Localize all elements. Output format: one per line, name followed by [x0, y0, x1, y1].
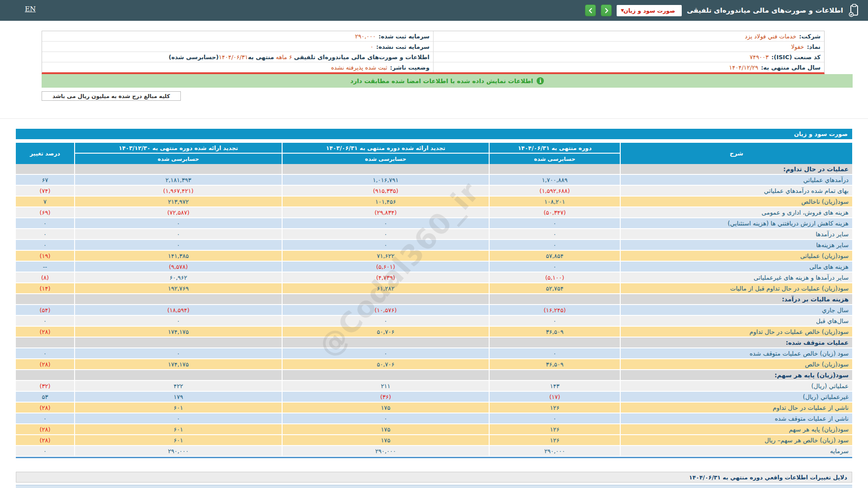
row-value: (۹۱۵,۳۳۵) — [282, 186, 489, 197]
row-label: عملیات در حال تداوم: — [620, 164, 852, 175]
column-header-percent-change: درصد تغییر — [16, 143, 74, 164]
row-value: ۶۰۱ — [74, 403, 282, 413]
row-value: ۱,۷۰۰,۸۸۹ — [489, 175, 620, 186]
issuer-status-cell: وضعیت ناشر: ثبت شده پذیرفته نشده — [42, 62, 433, 72]
row-value: (۶۹) — [16, 207, 74, 218]
reasons-for-changes-bar[interactable]: دلایل تغییرات اطلاعات واقعي دوره منتهي ب… — [16, 472, 852, 483]
row-value: ۱۲۶ — [489, 435, 620, 446]
table-row: هزینه های فروش، اداری و عمومی(۵۰,۳۴۷)(۲۹… — [16, 207, 852, 218]
row-label: عملیاتي (ریال) — [620, 381, 852, 392]
row-value: ۰ — [16, 240, 74, 251]
row-value: ۱,۰۱۶,۷۹۱ — [282, 175, 489, 186]
row-value — [16, 164, 74, 175]
section-header-row: عملیات متوقف شده: — [16, 338, 852, 348]
row-value: (۱۹) — [16, 251, 74, 262]
signed-data-notice: i اطلاعات نمایش داده شده با اطلاعات امضا… — [42, 74, 853, 88]
row-value: ۶۷ — [16, 175, 74, 186]
table-row: هزینه های مالی۰(۵,۶۰۱)(۹,۵۷۸)-- — [16, 262, 852, 272]
table-row: سود(زیان) خالص۳۶,۵۰۹۵۰,۷۰۶۱۷۴,۱۷۵(۲۸) — [16, 359, 852, 370]
table-row: غیرعملیاتي (ریال)(۱۷)(۳۶)۱۷۹۵۳ — [16, 392, 852, 403]
row-value: ۰ — [16, 316, 74, 327]
field-label: نماد: — [807, 43, 821, 50]
table-row: هزینه کاهش ارزش دریافتني ها (هزینه استثن… — [16, 218, 852, 229]
row-value: ۰ — [282, 413, 489, 424]
info-icon: i — [537, 77, 544, 84]
row-value — [16, 370, 74, 381]
company-info-table: شرکت: خدمات فني فولاد یزد سرمایه ثبت شده… — [42, 31, 825, 74]
statement-rows: عملیات در حال تداوم:درآمدهاي عملیاتي۱,۷۰… — [16, 164, 852, 458]
row-value: ۱۷۹ — [74, 392, 282, 403]
row-value: ۰ — [16, 229, 74, 240]
table-row: بهای تمام شده درآمدهاي عملیاتي(۱,۵۹۲,۶۸۸… — [16, 186, 852, 197]
page-title: اطلاعات و صورت‌های مالی میاندوره‌ای تلفی… — [687, 6, 843, 14]
row-value — [282, 338, 489, 348]
row-value — [282, 370, 489, 381]
row-label: ناشي از عملیات متوقف شده — [620, 413, 852, 424]
row-label: عملیات متوقف شده: — [620, 338, 852, 348]
statement-type-dropdown[interactable]: صورت سود و زیان ▼ — [617, 5, 682, 16]
language-en-link[interactable]: EN — [25, 5, 36, 13]
row-value: (۵۴) — [16, 305, 74, 316]
row-value — [489, 338, 620, 348]
row-value: (۲۸) — [16, 403, 74, 413]
row-value — [74, 164, 282, 175]
row-value: ۰ — [16, 413, 74, 424]
table-row: سود(زیان) ناخالص۱۰۸,۲۰۱۱۰۱,۴۵۶۲۱۳,۹۷۲۷ — [16, 197, 852, 207]
table-row: ناشي از عملیات متوقف شده۰۰۰۰ — [16, 413, 852, 424]
column-subheader-audited: حسابرسی شده — [489, 154, 620, 164]
column-header-restated-yearend: تجدید ارائه شده دوره منتهی به ۱۴۰۳/۱۲/۳۰ — [74, 143, 282, 154]
row-value: ۰ — [74, 218, 282, 229]
currency-note-text: کلیه مبالغ درج شده به میلیون ریال می باش… — [52, 93, 170, 99]
row-value: ۱۷۵ — [282, 424, 489, 435]
row-value: (۵۰,۳۴۷) — [489, 207, 620, 218]
table-row: سایر هزینه‌ها۰۰۰۰ — [16, 240, 852, 251]
row-label: سود(زیان) خالص عملیات در حال تداوم — [620, 327, 852, 338]
row-value: ۲۹۰,۰۰۰ — [74, 446, 282, 457]
currency-note: کلیه مبالغ درج شده به میلیون ریال می باش… — [42, 91, 181, 101]
nav-next-button[interactable] — [601, 5, 612, 16]
nav-prev-button[interactable] — [585, 5, 596, 16]
table-row: سایر درآمدها۰۰۰۰ — [16, 229, 852, 240]
row-value: (۱۶,۲۴۵) — [489, 305, 620, 316]
table-row: سود(زیان) خالص عملیات در حال تداوم۳۶,۵۰۹… — [16, 327, 852, 338]
row-value — [74, 338, 282, 348]
report-audited-flag: (حسابرسی شده) — [169, 54, 219, 61]
field-label: وضعیت ناشر: — [390, 64, 429, 71]
row-label: سود (زیان) خالص عملیات متوقف شده — [620, 348, 852, 359]
top-bar-controls: اطلاعات و صورت‌های مالی میاندوره‌ای تلفی… — [585, 0, 860, 21]
row-value — [489, 164, 620, 175]
field-label: سرمایه ثبت نشده: — [376, 43, 429, 50]
row-value: ۱۷۵ — [282, 403, 489, 413]
row-value: ۱۴۱,۳۸۵ — [74, 251, 282, 262]
row-value: ۱۷۴,۱۷۵ — [74, 359, 282, 370]
row-value: ۰ — [16, 446, 74, 457]
row-value: ۰ — [489, 218, 620, 229]
column-subheader-audited: حسابرسی شده — [74, 154, 282, 164]
row-value: ۵۲,۷۵۴ — [489, 283, 620, 294]
row-value: (۴,۷۳۹) — [282, 272, 489, 283]
column-header-restated-midyear: تجدید ارائه شده دوره منتهی به ۱۴۰۳/۰۶/۳۱ — [282, 143, 489, 154]
table-row: سود (زیان) خالص عملیات متوقف شده۰۰۰۰ — [16, 348, 852, 359]
row-value: (۳۶) — [282, 392, 489, 403]
table-row: درآمدهاي عملیاتي۱,۷۰۰,۸۸۹۱,۰۱۶,۷۹۱۲,۱۸۱,… — [16, 175, 852, 186]
row-value: ۵۷,۸۵۴ — [489, 251, 620, 262]
row-value: (۲۸) — [16, 435, 74, 446]
row-value: ۲۹۰,۰۰۰ — [282, 446, 489, 457]
table-row: ناشي از عملیات در حال تداوم۱۲۶۱۷۵۶۰۱(۲۸) — [16, 403, 852, 413]
row-value: ۴۲۲ — [74, 381, 282, 392]
row-value: ۰ — [489, 413, 620, 424]
info-row: نماد: خفولا سرمایه ثبت نشده: ۰ — [42, 41, 824, 52]
table-row: سال جاري(۱۶,۲۴۵)(۱۰,۵۷۶)(۱۸,۵۹۴)(۵۴) — [16, 305, 852, 316]
row-value: ۰ — [489, 240, 620, 251]
field-label: سرمایه ثبت شده: — [378, 33, 429, 40]
row-value: ۶۰۱ — [74, 424, 282, 435]
row-label: سایر هزینه‌ها — [620, 240, 852, 251]
row-value: ۰ — [282, 218, 489, 229]
row-value: ۷۱,۶۲۲ — [282, 251, 489, 262]
report-period-months: ۶ ماهه — [276, 54, 292, 61]
column-subheader-audited: حسابرسی شده — [282, 154, 489, 164]
row-value: ۵۰,۷۰۶ — [282, 327, 489, 338]
row-value: ۳۶,۵۰۹ — [489, 359, 620, 370]
info-row: کد صنعت (ISIC): ۷۴۹۰۰۳ اطلاعات و صورت‌ها… — [42, 52, 824, 62]
chevron-down-icon: ▼ — [621, 9, 624, 13]
